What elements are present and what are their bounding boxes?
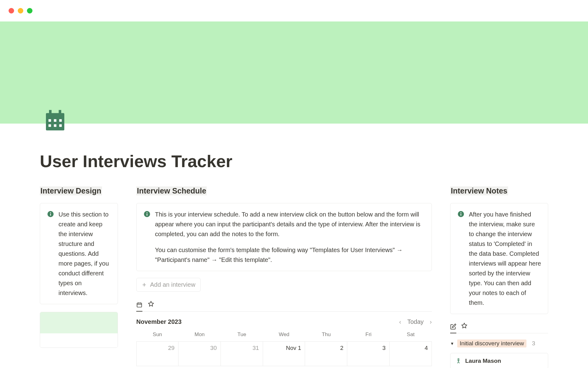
calendar-nav: ‹ Today › (399, 318, 432, 325)
heading-interview-design[interactable]: Interview Design (40, 186, 102, 195)
edit-icon (450, 324, 456, 330)
group-count: 3 (532, 340, 535, 347)
callout-interview-notes[interactable]: After you have finished the interview, m… (450, 203, 548, 314)
calendar-cell[interactable]: 29 (136, 342, 179, 366)
calendar-cell[interactable]: 3 (347, 342, 390, 366)
close-window-icon[interactable] (9, 8, 14, 13)
svg-rect-7 (54, 124, 56, 127)
page-thumbnail-interview-design[interactable] (40, 312, 118, 348)
page-icon-calendar[interactable] (43, 108, 67, 132)
prev-month-button[interactable]: ‹ (399, 318, 401, 325)
notes-view-tabs (450, 323, 548, 333)
svg-point-10 (50, 212, 51, 213)
weekday-thu: Thu (305, 332, 347, 338)
svg-rect-2 (59, 110, 61, 115)
svg-rect-8 (59, 124, 62, 127)
heading-interview-schedule[interactable]: Interview Schedule (136, 186, 207, 195)
next-month-button[interactable]: › (430, 318, 432, 325)
svg-rect-14 (147, 214, 147, 216)
page-title[interactable]: User Interviews Tracker (40, 151, 548, 171)
svg-rect-6 (48, 124, 51, 127)
group-initial-discovery[interactable]: ▼ Initial discovery interview 3 (450, 339, 548, 347)
window-titlebar (0, 0, 588, 21)
svg-point-24 (458, 358, 459, 360)
calendar-cell[interactable]: 2 (305, 342, 347, 366)
thumbnail-preview (40, 312, 118, 347)
svg-marker-23 (462, 323, 467, 328)
column-interview-schedule: Interview Schedule This is your intervie… (136, 186, 432, 366)
group-tag: Initial discovery interview (457, 339, 526, 347)
callout-text: Use this section to create and keep the … (58, 209, 111, 298)
calendar-grid: 29 30 31 Nov 1 2 3 4 (136, 341, 432, 366)
tab-favorites-view[interactable] (461, 323, 467, 330)
weekday-sat: Sat (390, 332, 432, 338)
add-interview-label: Add an interview (150, 281, 195, 288)
main-columns: Interview Design Use this section to cre… (40, 186, 548, 368)
svg-rect-3 (48, 119, 51, 122)
info-icon (143, 210, 151, 218)
cover-image[interactable] (0, 21, 588, 124)
callout-text: After you have finished the interview, m… (469, 209, 541, 308)
schedule-view-tabs (136, 301, 432, 312)
tab-favorites-view[interactable] (148, 301, 154, 308)
svg-rect-4 (54, 119, 56, 122)
star-icon (148, 301, 154, 307)
weekday-tue: Tue (221, 332, 263, 338)
plus-icon: + (141, 282, 147, 288)
minimize-window-icon[interactable] (18, 8, 23, 13)
note-card-laura-mason[interactable]: Laura Mason (450, 353, 548, 368)
weekday-sun: Sun (136, 332, 179, 338)
heading-interview-notes[interactable]: Interview Notes (450, 186, 508, 195)
chevron-down-icon[interactable]: ▼ (450, 341, 454, 346)
add-interview-button[interactable]: + Add an interview (136, 278, 201, 292)
calendar-cell[interactable]: 4 (390, 342, 432, 366)
svg-point-13 (147, 212, 148, 213)
calendar-month-label: November 2023 (136, 318, 182, 325)
weekday-wed: Wed (263, 332, 305, 338)
svg-rect-22 (461, 214, 461, 216)
calendar-header: November 2023 ‹ Today › (136, 318, 432, 325)
calendar-cell[interactable]: 31 (221, 342, 263, 366)
info-icon (47, 210, 54, 218)
calendar-weekday-header: Sun Mon Tue Wed Thu Fri Sat (136, 332, 432, 338)
callout-paragraph-2: You can customise the form's template th… (155, 245, 425, 265)
svg-marker-19 (149, 301, 154, 306)
calendar-cell[interactable]: Nov 1 (263, 342, 305, 366)
column-interview-notes: Interview Notes After you have finished … (450, 186, 548, 368)
star-icon (461, 323, 467, 329)
weekday-mon: Mon (179, 332, 221, 338)
weekday-fri: Fri (347, 332, 390, 338)
column-interview-design: Interview Design Use this section to cre… (40, 186, 118, 348)
maximize-window-icon[interactable] (27, 8, 32, 13)
svg-rect-1 (49, 110, 51, 115)
callout-body: This is your interview schedule. To add … (155, 209, 425, 265)
svg-point-21 (461, 212, 462, 213)
svg-rect-11 (50, 214, 51, 216)
svg-rect-5 (59, 119, 62, 122)
info-icon (457, 210, 465, 218)
tab-calendar-view[interactable] (136, 301, 142, 312)
today-button[interactable]: Today (407, 318, 424, 325)
svg-rect-15 (137, 303, 142, 307)
note-name: Laura Mason (465, 358, 501, 364)
callout-interview-design[interactable]: Use this section to create and keep the … (40, 203, 118, 304)
callout-interview-schedule[interactable]: This is your interview schedule. To add … (136, 203, 432, 271)
callout-paragraph-1: This is your interview schedule. To add … (155, 209, 425, 239)
tab-edit-view[interactable] (450, 323, 456, 333)
calendar-cell[interactable]: 30 (179, 342, 221, 366)
person-icon (455, 358, 462, 364)
calendar-icon (136, 302, 142, 308)
